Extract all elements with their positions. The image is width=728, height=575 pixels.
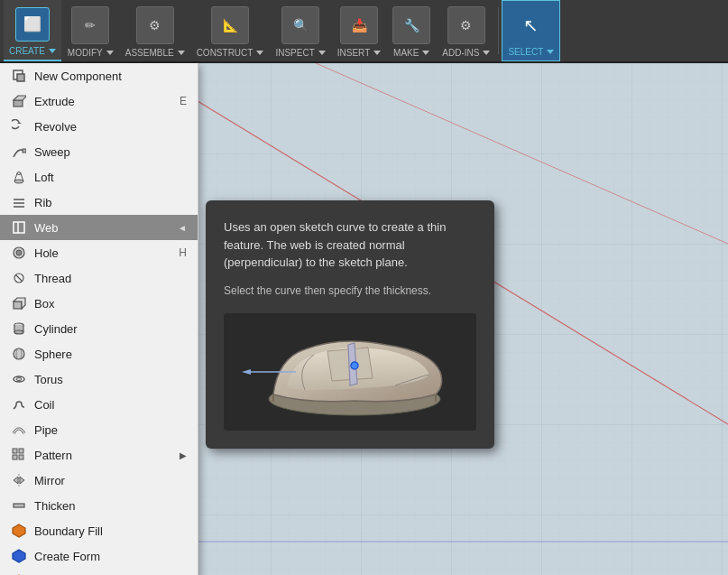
addins-icon[interactable]: ⚙ [447, 6, 485, 44]
inspect-icon[interactable]: 🔍 [281, 6, 319, 44]
toolbar-group-assemble[interactable]: ⚙ ASSEMBLE [120, 0, 190, 61]
toolbar-group-make[interactable]: 🔧 MAKE [387, 0, 436, 61]
menu-item-revolve[interactable]: Revolve [0, 114, 198, 139]
torus-icon [11, 371, 27, 387]
menu-item-hole[interactable]: Hole H [0, 240, 198, 265]
toolbar-group-select[interactable]: ↖ SELECT [502, 0, 560, 61]
sweep-label: Sweep [34, 145, 70, 159]
coil-label: Coil [34, 398, 54, 412]
make-icon[interactable]: 🔧 [392, 6, 430, 44]
svg-point-50 [351, 362, 358, 369]
svg-rect-36 [19, 449, 23, 453]
insert-icon[interactable]: 📥 [340, 6, 378, 44]
menu-item-pipe[interactable]: Pipe [0, 417, 198, 442]
svg-marker-44 [13, 550, 25, 562]
svg-rect-35 [13, 449, 17, 453]
insert-label[interactable]: INSERT [337, 46, 382, 61]
cylinder-label: Cylinder [34, 322, 78, 336]
revolve-label: Revolve [34, 120, 77, 134]
menu-item-rib[interactable]: Rib [0, 190, 198, 215]
hole-label: Hole [34, 246, 59, 260]
boundary-fill-label: Boundary Fill [34, 524, 103, 538]
svg-marker-41 [20, 477, 24, 484]
torus-label: Torus [34, 373, 63, 386]
create-form-label: Create Form [34, 550, 100, 563]
pipe-label: Pipe [34, 423, 58, 437]
svg-point-34 [16, 378, 22, 381]
assemble-label[interactable]: ASSEMBLE [125, 46, 185, 61]
addins-label[interactable]: ADD-INS [442, 46, 490, 61]
create-form-icon [11, 548, 27, 564]
svg-marker-40 [14, 477, 18, 484]
make-chevron-icon [422, 51, 429, 55]
toolbar: ⬜ CREATE ✏ MODIFY ⚙ ASSEMBLE [0, 0, 728, 63]
menu-item-cylinder[interactable]: Cylinder [0, 316, 198, 341]
tooltip-popup: Uses an open sketch curve to create a th… [206, 200, 494, 449]
create-label[interactable]: CREATE [9, 44, 56, 60]
modify-chevron-icon [106, 51, 114, 55]
menu-item-pattern[interactable]: Pattern ▶ [0, 442, 198, 468]
assemble-chevron-icon [178, 51, 185, 55]
revolve-icon [11, 118, 27, 134]
preview-image [224, 313, 476, 431]
extrude-label: Extrude [34, 95, 75, 108]
menu-item-sweep[interactable]: Sweep [0, 139, 198, 164]
menu-item-web[interactable]: Web ◄ [0, 215, 198, 240]
menu-item-thread[interactable]: Thread [0, 265, 198, 291]
svg-point-11 [14, 180, 23, 183]
inspect-chevron-icon [318, 51, 326, 55]
modify-icon[interactable]: ✏ [71, 6, 109, 44]
menu-item-mirror[interactable]: Mirror [0, 468, 198, 493]
create-icon[interactable]: ⬜ [15, 7, 50, 42]
extrude-shortcut: E [180, 95, 187, 107]
construct-icon[interactable]: 📐 [211, 6, 249, 44]
menu-item-new-component[interactable]: New Component [0, 63, 198, 88]
coil-icon [11, 396, 27, 413]
modify-label[interactable]: MODIFY [68, 46, 114, 61]
svg-marker-43 [13, 524, 25, 537]
hole-icon [11, 245, 27, 261]
menu-item-coil[interactable]: Coil [0, 392, 198, 417]
svg-rect-38 [19, 455, 23, 459]
inspect-label[interactable]: INSPECT [275, 46, 325, 61]
make-label[interactable]: MAKE [393, 46, 429, 61]
box-icon [11, 295, 27, 311]
toolbar-group-addins[interactable]: ⚙ ADD-INS [437, 0, 495, 61]
menu-item-thicken[interactable]: Thicken [0, 493, 198, 518]
tooltip-instruction: Select the curve then specify the thickn… [224, 283, 476, 299]
menu-item-torus[interactable]: Torus [0, 366, 198, 392]
web-submenu-arrow: ◄ [178, 223, 187, 233]
web-icon [11, 219, 27, 236]
mirror-label: Mirror [34, 474, 65, 487]
svg-rect-6 [17, 74, 24, 81]
svg-marker-9 [17, 122, 22, 124]
toolbar-group-insert[interactable]: 📥 INSERT [332, 0, 387, 61]
menu-item-loft[interactable]: Loft [0, 164, 198, 190]
svg-rect-10 [23, 149, 26, 153]
insert-chevron-icon [373, 51, 381, 55]
menu-item-create-form[interactable]: Create Form [0, 543, 198, 569]
select-label[interactable]: SELECT [508, 45, 554, 60]
toolbar-group-create[interactable]: ⬜ CREATE [4, 0, 61, 61]
extrude-icon [11, 93, 27, 109]
menu-item-boundary-fill[interactable]: Boundary Fill [0, 518, 198, 543]
construct-label[interactable]: CONSTRUCT [197, 46, 264, 61]
menu-item-box[interactable]: Box [0, 291, 198, 316]
addins-chevron-icon [483, 51, 490, 55]
menu-item-sphere[interactable]: Sphere [0, 341, 198, 366]
boundary-fill-icon [11, 523, 27, 539]
svg-rect-18 [14, 222, 24, 233]
toolbar-group-construct[interactable]: 📐 CONSTRUCT [191, 0, 270, 61]
svg-rect-7 [14, 100, 23, 107]
menu-item-extrude[interactable]: Extrude E [0, 88, 198, 114]
toolbar-group-modify[interactable]: ✏ MODIFY [62, 0, 119, 61]
pipe-icon [11, 422, 27, 438]
toolbar-group-inspect[interactable]: 🔍 INSPECT [270, 0, 330, 61]
sphere-icon [11, 346, 27, 362]
hole-shortcut: H [179, 246, 187, 259]
pattern-label: Pattern [34, 449, 72, 462]
select-icon[interactable]: ↖ [512, 6, 550, 44]
assemble-icon[interactable]: ⚙ [136, 6, 174, 44]
menu-item-create-base-feature[interactable]: Create Base Feature [0, 569, 198, 575]
cylinder-icon [11, 320, 27, 337]
